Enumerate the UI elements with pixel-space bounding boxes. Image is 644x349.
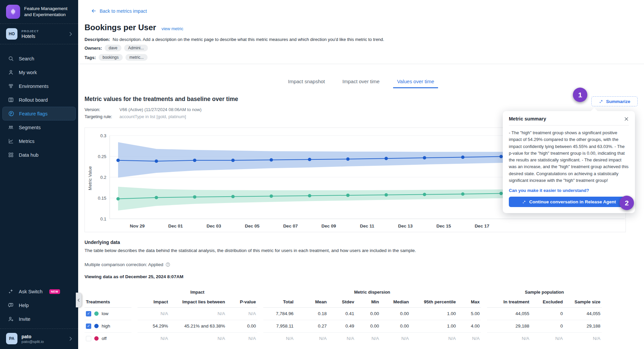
treatment-checkbox-off[interactable] xyxy=(86,336,91,341)
easier-to-understand-link[interactable]: Can you make it easier to understand? xyxy=(509,188,629,193)
table-cell: N/A xyxy=(263,332,295,345)
page-title: Bookings per User xyxy=(85,23,156,32)
viewing-data-timestamp: Viewing data as of December 25, 2024 8:0… xyxy=(85,274,183,279)
table-cell: N/A xyxy=(356,332,380,345)
tag-pill[interactable]: metric... xyxy=(125,54,148,61)
sidebar-footer-nav: Ask SwitchNEWHelpInvite xyxy=(0,277,78,329)
tag-pill[interactable]: bookings xyxy=(99,54,123,61)
table-cell: 7,784.96 xyxy=(263,307,295,320)
table-cell: 44,055 xyxy=(487,307,531,320)
sidebar-item-feature-flags[interactable]: Feature flags xyxy=(2,107,76,120)
table-cell: N/A xyxy=(295,332,328,345)
table-cell: 0.00 xyxy=(226,320,257,332)
sidebar-item-environments[interactable]: Environments xyxy=(0,79,78,93)
table-cell: N/A xyxy=(531,332,564,345)
underlying-data-title: Underlying data xyxy=(85,240,120,245)
table-cell: 0.18 xyxy=(295,307,328,320)
back-link[interactable]: Back to metrics impact xyxy=(91,8,147,14)
table-cell: 0.41 xyxy=(328,307,356,320)
owner-pill[interactable]: Admini... xyxy=(124,45,148,51)
table-cell: 1.00 xyxy=(410,307,457,320)
treatment-name: high xyxy=(102,323,110,329)
column-header: Impact lies between xyxy=(169,297,226,307)
column-header: Max xyxy=(457,297,481,307)
column-header: Impact xyxy=(138,297,169,307)
sidebar-item-segments[interactable]: Segments xyxy=(0,120,78,134)
info-circle-icon[interactable] xyxy=(165,262,170,267)
treatment-color-dot xyxy=(94,336,99,341)
sidebar-collapse-handle[interactable] xyxy=(76,293,82,307)
sidebar-item-rollout-board[interactable]: Rollout board xyxy=(0,93,78,107)
column-header: Median xyxy=(380,297,410,307)
sidebar-item-label: Ask Switch xyxy=(19,289,43,294)
project-switcher[interactable]: HO PROJECT Hotels xyxy=(0,24,78,44)
table-row-high: ✓high54.29%45.21% and 63.38%0.007,958.11… xyxy=(85,320,602,332)
svg-text:0.25: 0.25 xyxy=(98,154,106,159)
treatment-color-dot xyxy=(94,324,99,328)
sidebar-item-label: Rollout board xyxy=(19,97,48,103)
table-cell: 0 xyxy=(531,320,564,332)
owner-pill[interactable]: dave xyxy=(105,45,121,51)
sidebar-item-data-hub[interactable]: Data hub xyxy=(0,148,78,162)
table-cell: N/A xyxy=(564,332,602,345)
owners-line: Owners: daveAdmini... xyxy=(85,45,148,51)
table-cell: N/A xyxy=(328,332,356,345)
sidebar-item-my-work[interactable]: My work xyxy=(0,65,78,79)
app-logo-row[interactable]: Feature Management and Experimentation xyxy=(0,0,78,23)
help-icon xyxy=(7,302,14,309)
chevron-right-icon xyxy=(68,31,73,37)
sidebar-item-label: Search xyxy=(19,56,34,61)
underlying-data-description: The table below describes the data behin… xyxy=(85,248,474,253)
table-cell: 0.49 xyxy=(328,320,356,332)
treatment-checkbox-low[interactable]: ✓ xyxy=(86,311,91,316)
summary-body: - The "high" treatment group shows a sig… xyxy=(509,130,629,184)
datahub-icon xyxy=(7,152,14,158)
continue-conversation-button[interactable]: Continue conversation in Release Agent xyxy=(509,197,629,207)
person-icon xyxy=(7,69,14,76)
close-icon[interactable] xyxy=(624,116,629,121)
svg-text:Dec 15: Dec 15 xyxy=(436,223,451,229)
column-header: Mean xyxy=(295,297,328,307)
summarize-button[interactable]: Summarize xyxy=(591,96,638,106)
new-badge: NEW xyxy=(49,289,60,294)
description-text: No description. Add a description on the… xyxy=(113,37,384,42)
sidebar-item-label: Data hub xyxy=(19,152,39,158)
treatment-checkbox-high[interactable]: ✓ xyxy=(86,323,91,329)
svg-text:Dec 03: Dec 03 xyxy=(207,223,221,229)
sidebar-item-ask-switch[interactable]: Ask SwitchNEW xyxy=(0,285,78,298)
sidebar-item-help[interactable]: Help xyxy=(0,298,78,312)
sidebar-item-metrics[interactable]: Metrics xyxy=(0,134,78,148)
table-cell: N/A xyxy=(226,332,257,345)
sidebar-item-search[interactable]: Search xyxy=(0,52,78,65)
table-group-header-row: ImpactMetric dispersionSample population xyxy=(85,287,602,297)
svg-text:Nov 29: Nov 29 xyxy=(130,223,145,229)
owners-label: Owners: xyxy=(85,46,102,51)
view-metric-link[interactable]: view metric xyxy=(161,26,183,31)
column-header: Stdev xyxy=(328,297,356,307)
table-cell: 29,188 xyxy=(564,320,602,332)
tab-values-over-time[interactable]: Values over time xyxy=(393,77,438,88)
chevron-right-icon xyxy=(68,336,73,342)
sidebar-item-label: Segments xyxy=(19,125,41,130)
tab-impact-snapshot[interactable]: Impact snapshot xyxy=(284,77,329,88)
table-cell: N/A xyxy=(169,332,226,345)
correction-line: Multiple comparison correction: Applied xyxy=(85,262,170,267)
sparkles-icon xyxy=(599,99,604,104)
column-header: Excluded xyxy=(531,297,564,307)
svg-text:Dec 13: Dec 13 xyxy=(398,223,413,229)
sidebar-item-label: Environments xyxy=(19,84,49,89)
popup-caret xyxy=(591,108,598,115)
sidebar-item-label: Invite xyxy=(19,316,31,322)
tab-impact-over-time[interactable]: Impact over time xyxy=(338,77,384,88)
version-row: Version: V66 (Active) (11/27/2024 08:06A… xyxy=(85,107,202,112)
column-header: Min xyxy=(356,297,380,307)
table-cell: N/A xyxy=(226,307,257,320)
invite-icon xyxy=(7,316,14,322)
table-cell: N/A xyxy=(138,307,169,320)
user-menu[interactable]: PA pato pato@split.io xyxy=(0,329,78,349)
table-cell: 45.21% and 63.38% xyxy=(169,320,226,332)
sidebar-item-invite[interactable]: Invite xyxy=(0,312,78,326)
table-cell: N/A xyxy=(138,332,169,345)
annotation-badge-2: 2 xyxy=(620,196,634,210)
svg-text:Metric Value: Metric Value xyxy=(88,166,93,190)
